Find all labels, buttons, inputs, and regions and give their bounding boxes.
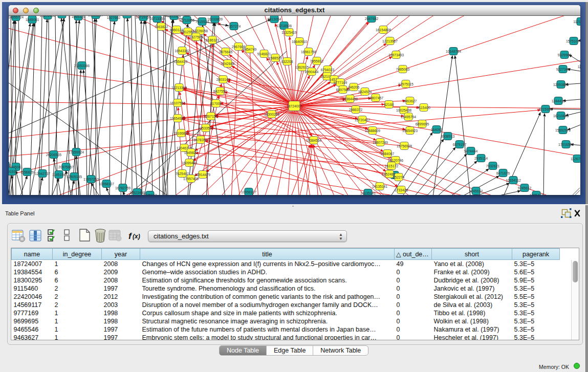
svg-text:6794023: 6794023 [321,68,335,72]
svg-text:(x): (x) [133,233,140,240]
svg-text:1065326: 1065326 [72,16,85,18]
svg-text:21053346: 21053346 [74,64,90,68]
svg-text:14135141: 14135141 [360,191,376,195]
svg-text:7955812: 7955812 [310,59,324,63]
svg-text:2935114: 2935114 [474,157,488,160]
svg-text:7515524: 7515524 [167,16,181,18]
svg-text:8990444: 8990444 [305,70,319,74]
svg-text:9384067: 9384067 [381,152,395,156]
svg-text:19756928: 19756928 [397,144,412,148]
svg-text:1145194: 1145194 [52,173,66,177]
svg-text:10958107: 10958107 [99,182,114,186]
svg-text:f: f [128,231,133,241]
svg-text:8267150: 8267150 [204,115,218,118]
svg-text:7632621: 7632621 [486,164,500,168]
svg-text:9329966: 9329966 [558,53,572,57]
svg-text:20975867: 20975867 [58,165,74,169]
svg-text:13226058: 13226058 [192,29,208,33]
svg-text:18807249: 18807249 [373,141,388,144]
svg-text:10688609: 10688609 [365,129,380,133]
svg-text:10653267: 10653267 [88,16,103,17]
svg-text:17957405: 17957405 [183,177,199,181]
svg-text:9242848: 9242848 [221,62,235,65]
svg-text:252274: 252274 [393,176,405,179]
svg-text:1362615: 1362615 [295,65,309,69]
svg-text:12923446: 12923446 [129,191,145,194]
svg-text:19166825: 19166825 [173,132,189,135]
svg-text:7663822: 7663822 [155,25,168,29]
svg-text:6899695: 6899695 [416,122,429,126]
svg-text:817006: 817006 [210,102,222,105]
svg-text:9245612: 9245612 [518,186,532,190]
svg-text:20691406: 20691406 [40,16,55,17]
svg-text:8454749: 8454749 [243,48,257,51]
svg-text:1065412: 1065412 [530,193,543,195]
svg-text:9245012: 9245012 [143,193,157,195]
svg-text:10973493: 10973493 [388,53,404,57]
svg-text:15692971: 15692971 [555,128,571,132]
svg-text:10648784: 10648784 [446,50,461,53]
svg-text:16914479: 16914479 [195,173,210,177]
svg-text:16154808: 16154808 [376,28,391,32]
svg-text:13533594: 13533594 [198,126,213,130]
svg-text:3824574: 3824574 [358,90,372,94]
svg-text:9777169: 9777169 [334,81,347,84]
svg-text:62160: 62160 [384,103,394,106]
svg-text:7357274: 7357274 [227,25,241,28]
svg-text:11218506: 11218506 [573,20,580,24]
svg-text:16099483: 16099483 [182,161,197,165]
svg-text:8938913: 8938913 [441,135,455,138]
svg-text:10719155: 10719155 [136,16,151,19]
svg-text:16543362: 16543362 [175,49,190,53]
svg-text:8678352: 8678352 [194,138,208,142]
svg-text:17359924: 17359924 [69,150,84,154]
svg-text:9245612: 9245612 [469,189,483,193]
svg-text:1588520: 1588520 [269,56,282,60]
svg-text:1733426: 1733426 [395,188,408,192]
svg-text:18724007: 18724007 [287,104,302,108]
svg-text:18300295: 18300295 [264,113,279,116]
svg-text:10654112: 10654112 [506,179,521,182]
svg-text:9115400: 9115400 [417,106,430,110]
svg-text:1126753: 1126753 [571,157,580,161]
svg-text:1527602: 1527602 [107,16,121,19]
svg-text:12213967: 12213967 [382,39,398,43]
svg-text:15720407: 15720407 [355,118,370,122]
svg-text:19654925: 19654925 [170,117,185,120]
svg-text:9474444: 9474444 [464,149,478,153]
svg-text:8427552: 8427552 [213,90,227,93]
svg-text:832208: 832208 [281,60,293,63]
svg-text:17016504: 17016504 [558,143,574,146]
svg-text:16120746: 16120746 [388,159,403,162]
svg-text:746206: 746206 [348,85,360,89]
svg-text:9327503: 9327503 [189,35,203,39]
svg-text:16713355: 16713355 [149,17,165,20]
svg-text:10958107: 10958107 [241,190,256,194]
svg-text:9227342: 9227342 [556,68,570,71]
svg-text:8813054: 8813054 [268,17,281,21]
svg-text:11325419: 11325419 [281,31,297,34]
svg-text:1244415: 1244415 [552,99,565,103]
svg-text:12975115: 12975115 [398,82,413,86]
svg-text:15751074: 15751074 [566,39,580,43]
svg-text:16782759: 16782759 [115,186,130,190]
svg-text:1845061: 1845061 [26,18,39,21]
svg-text:13218506: 13218506 [276,24,292,28]
svg-text:13495794: 13495794 [401,115,416,119]
svg-text:6466160: 6466160 [120,16,134,16]
svg-text:17957253: 17957253 [83,178,99,181]
svg-text:2803144: 2803144 [216,78,230,81]
svg-text:9146821: 9146821 [257,52,271,56]
svg-text:10807457: 10807457 [368,96,383,100]
svg-text:7485063: 7485063 [396,68,410,71]
svg-text:164093: 164093 [431,128,443,132]
svg-text:14055724: 14055724 [9,16,24,19]
svg-text:16033809: 16033809 [207,17,223,21]
svg-text:20206535: 20206535 [46,153,61,157]
svg-text:12213369: 12213369 [171,86,187,90]
svg-text:8215958: 8215958 [539,107,553,111]
svg-text:15654923: 15654923 [402,129,418,133]
svg-text:7185061: 7185061 [55,16,69,16]
svg-text:10025438: 10025438 [396,108,411,112]
svg-text:1554419: 1554419 [174,60,188,63]
